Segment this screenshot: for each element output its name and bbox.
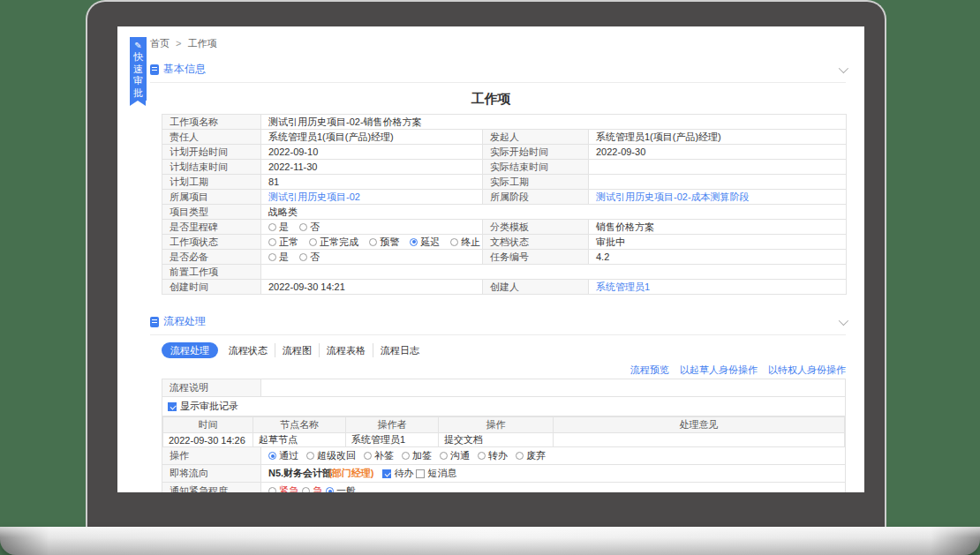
field-label: 计划结束时间 xyxy=(162,160,261,175)
chevron-down-icon[interactable] xyxy=(839,63,848,72)
breadcrumb-current: 工作项 xyxy=(188,38,217,49)
field-value xyxy=(589,175,847,190)
table-row: 是否里程碑 是 否 分类模板 销售价格方案 xyxy=(162,220,847,235)
phase-link[interactable]: 测试引用历史项目-02-成本测算阶段 xyxy=(596,191,750,202)
document-icon xyxy=(150,317,159,327)
tab-process-table[interactable]: 流程表格 xyxy=(319,343,373,357)
action-super-revert-radio[interactable] xyxy=(306,452,314,460)
table-row: 2022-09-30 14:26 起草节点 系统管理员1 提交文档 xyxy=(163,433,845,447)
field-value: 系统管理员1(项目(产品)经理) xyxy=(589,130,847,145)
table-row: 项目类型 战略类 xyxy=(162,205,847,220)
column-header: 节点名称 xyxy=(253,417,346,433)
field-label: 实际结束时间 xyxy=(483,160,589,175)
table-row: 责任人 系统管理员1(项目(产品)经理) 发起人 系统管理员1(项目(产品)经理… xyxy=(162,130,847,145)
breadcrumb-separator: > xyxy=(176,38,181,49)
field-label: 流程说明 xyxy=(162,379,261,396)
record-time: 2022-09-30 14:26 xyxy=(163,433,253,447)
field-label: 分类模板 xyxy=(483,220,589,235)
action-communicate-radio[interactable] xyxy=(440,452,448,460)
process-tabs: 流程处理 流程状态 流程图 流程表格 流程日志 xyxy=(162,342,846,358)
action-countersign-radio[interactable] xyxy=(364,452,372,460)
document-icon xyxy=(150,64,159,75)
field-label: 即将流向 xyxy=(162,465,261,482)
milestone-yes-radio[interactable] xyxy=(268,223,276,231)
field-label: 工作项名称 xyxy=(162,115,261,130)
field-label: 所属项目 xyxy=(162,190,261,205)
field-label: 责任人 xyxy=(162,130,261,145)
action-approve-radio[interactable] xyxy=(268,452,276,460)
process-action-links: 流程预览 以起草人身份操作 以特权人身份操作 xyxy=(117,364,846,377)
urgency-hurry-radio[interactable] xyxy=(302,487,310,492)
status-radio[interactable] xyxy=(450,238,458,246)
action-forward-radio[interactable] xyxy=(478,452,486,460)
tab-process-log[interactable]: 流程日志 xyxy=(373,343,426,357)
table-row: 所属项目 测试引用历史项目-02 所属阶段 测试引用历史项目-02-成本测算阶段 xyxy=(162,190,847,205)
process-form: 流程说明 显示审批记录 时间 节点名称 操作者 操作 处理意见 xyxy=(162,379,846,492)
field-label: 文档状态 xyxy=(483,235,589,250)
operate-as-drafter-link[interactable]: 以起草人身份操作 xyxy=(680,364,758,377)
tab-process-status[interactable]: 流程状态 xyxy=(222,343,275,357)
field-value: 2022-09-30 xyxy=(589,145,847,160)
field-value xyxy=(261,379,845,396)
field-value: 战略类 xyxy=(261,205,847,220)
action-add-sign-radio[interactable] xyxy=(402,452,410,460)
table-row: 前置工作项 xyxy=(162,265,847,280)
tab-process-diagram[interactable]: 流程图 xyxy=(275,343,319,357)
field-value: 81 xyxy=(261,175,483,190)
section-title: 流程处理 xyxy=(163,314,206,329)
laptop-base xyxy=(0,527,980,555)
field-label: 是否必备 xyxy=(162,250,261,265)
ribbon-notch xyxy=(130,101,146,106)
section-header-process: 流程处理 xyxy=(150,314,846,335)
field-value: 4.2 xyxy=(589,250,847,265)
flow-target: N5.财务会计部 xyxy=(268,467,332,480)
field-value: 2022-11-30 xyxy=(261,160,483,175)
status-radio[interactable] xyxy=(309,238,317,246)
app-page: ✎ 快速审批 首页 > 工作项 基本信息 工作项 工作项名称 测试引用历史项目-… xyxy=(117,26,864,492)
project-link[interactable]: 测试引用历史项目-02 xyxy=(268,191,360,202)
show-records-checkbox[interactable] xyxy=(168,402,177,411)
tab-process-handle[interactable]: 流程处理 xyxy=(162,342,218,358)
basic-info-table: 工作项名称 测试引用历史项目-02-销售价格方案 责任人 系统管理员1(项目(产… xyxy=(162,114,847,295)
chevron-down-icon[interactable] xyxy=(839,315,848,325)
ribbon-label: 快速审批 xyxy=(130,51,147,99)
field-label: 任务编号 xyxy=(483,250,589,265)
breadcrumb-home[interactable]: 首页 xyxy=(150,38,170,49)
status-radio-selected[interactable] xyxy=(410,238,418,246)
laptop-bezel: ✎ 快速审批 首页 > 工作项 基本信息 工作项 工作项名称 测试引用历史项目-… xyxy=(86,0,886,527)
quick-approval-ribbon[interactable]: ✎ 快速审批 xyxy=(130,37,147,101)
urgency-normal-radio[interactable] xyxy=(326,487,334,492)
operate-as-privileged-link[interactable]: 以特权人身份操作 xyxy=(768,364,846,377)
required-no-radio[interactable] xyxy=(299,253,307,261)
milestone-no-radio[interactable] xyxy=(299,223,307,231)
urgency-urgent-radio[interactable] xyxy=(268,487,276,492)
creator-link[interactable]: 系统管理员1 xyxy=(596,281,650,292)
column-header: 操作者 xyxy=(346,417,439,433)
sms-checkbox[interactable] xyxy=(416,469,425,478)
flow-target-row: 即将流向 N5.财务会计部 (部门经理) 待办 短消息 xyxy=(162,465,845,483)
table-row: 创建时间 2022-09-30 14:21 创建人 系统管理员1 xyxy=(162,280,847,295)
field-label: 发起人 xyxy=(483,130,589,145)
section-header-basic-info: 基本信息 xyxy=(150,62,846,83)
todo-checkbox[interactable] xyxy=(382,469,391,478)
field-label: 是否里程碑 xyxy=(162,220,261,235)
status-radio[interactable] xyxy=(369,238,377,246)
field-value: 测试引用历史项目-02-销售价格方案 xyxy=(261,115,847,130)
action-row: 操作 通过 超级改回 补签 加签 沟通 转办 废弃 xyxy=(162,447,845,465)
table-row: 工作项名称 测试引用历史项目-02-销售价格方案 xyxy=(162,115,847,130)
required-yes-radio[interactable] xyxy=(268,253,276,261)
status-radio[interactable] xyxy=(268,238,276,246)
field-value: 2022-09-10 xyxy=(261,145,483,160)
action-discard-radio[interactable] xyxy=(516,452,524,460)
field-label: 实际工期 xyxy=(483,175,589,190)
page-title: 工作项 xyxy=(117,91,864,108)
process-preview-link[interactable]: 流程预览 xyxy=(630,364,669,377)
field-label: 计划工期 xyxy=(162,175,261,190)
show-records-label: 显示审批记录 xyxy=(180,400,238,413)
table-header-row: 时间 节点名称 操作者 操作 处理意见 xyxy=(163,417,845,433)
field-value: 2022-09-30 14:21 xyxy=(261,280,483,295)
column-header: 时间 xyxy=(163,417,253,433)
laptop-mockup: ✎ 快速审批 首页 > 工作项 基本信息 工作项 工作项名称 测试引用历史项目-… xyxy=(0,0,980,555)
urgency-row: 通知紧急程度 紧急 急 一般 xyxy=(162,483,845,492)
pencil-icon: ✎ xyxy=(130,41,147,51)
